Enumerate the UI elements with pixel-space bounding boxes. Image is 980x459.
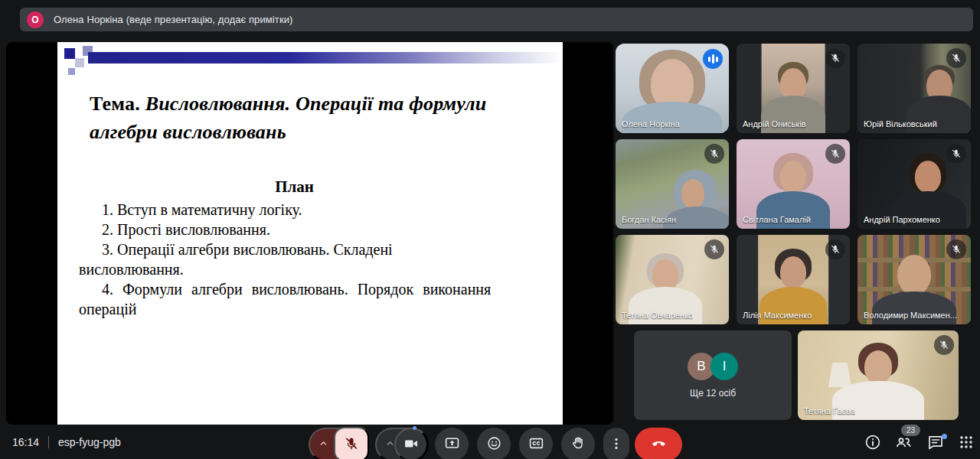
mic-off-icon — [344, 436, 359, 454]
participant-name: Андрій Пархоменко — [864, 215, 940, 224]
presenter-avatar: O — [27, 11, 44, 28]
mic-off-icon — [946, 144, 966, 164]
participant-tile[interactable]: Світлана Гамалій — [737, 139, 850, 229]
meeting-code: esp-fyug-pgb — [58, 436, 121, 448]
raised-hand-icon — [570, 435, 586, 454]
participant-tile[interactable]: Олена Норкіна — [616, 44, 729, 133]
present-now-button[interactable] — [435, 428, 469, 459]
plan-item: 4. Формули алгебри висловлювань. Порядок… — [79, 279, 510, 319]
slide-title: Тема. Висловлювання. Операції та формули… — [90, 90, 549, 146]
participant-name: Тетяна Овчаренко — [622, 311, 693, 320]
participant-tile[interactable]: Андрій Ониськів — [737, 44, 850, 133]
notification-dot — [413, 426, 416, 430]
mic-off-icon — [704, 239, 724, 259]
participant-tile[interactable]: Лілія Максименко — [737, 235, 850, 324]
people-icon — [894, 442, 913, 454]
slide-decoration-bar — [88, 52, 563, 63]
meeting-details-button[interactable] — [864, 433, 882, 451]
show-people-button[interactable] — [894, 433, 913, 451]
more-participants-label: Ще 12 осіб — [690, 388, 736, 399]
participant-tile[interactable]: Юрій Вільковський — [858, 44, 971, 133]
participant-tile[interactable]: Тетяна Овчаренко — [616, 235, 729, 324]
more-vert-icon — [609, 436, 624, 454]
present-screen-icon — [444, 435, 460, 454]
camera-button[interactable] — [394, 428, 428, 459]
participant-grid: Олена НоркінаАндрій ОниськівЮрій Вільков… — [616, 44, 977, 420]
emoji-smile-icon — [486, 435, 502, 454]
slide-plan: План 1. Вступ в математичну логіку.2. Пр… — [79, 177, 510, 319]
mic-off-icon — [946, 48, 966, 68]
clock-time: 16:14 — [12, 436, 39, 448]
mic-muted-button[interactable] — [334, 427, 369, 459]
participant-tile[interactable]: Богдан Касіян — [616, 139, 729, 229]
participant-name: Володимир Максимен... — [864, 311, 957, 320]
meeting-info: 16:14 esp-fyug-pgb — [12, 425, 121, 459]
mic-off-icon — [825, 48, 845, 68]
mic-off-icon — [946, 239, 966, 259]
stacked-avatars: BI — [688, 353, 738, 380]
participant-name: Лілія Максименко — [743, 311, 812, 320]
presenter-banner-text: Олена Норкіна (веде презентацію, додає п… — [54, 14, 292, 25]
participant-name: Богдан Касіян — [622, 215, 676, 224]
chevron-up-icon — [318, 438, 329, 451]
avatar: I — [710, 353, 738, 380]
audio-indicator-icon — [703, 49, 723, 69]
chat-notification-dot — [942, 434, 947, 439]
plan-heading: План — [79, 177, 510, 197]
slide-decoration-square — [68, 68, 75, 75]
bottom-bar: 16:14 esp-fyug-pgb — [0, 425, 980, 459]
slide: Тема. Висловлювання. Операції та формули… — [57, 42, 563, 425]
participant-tile[interactable]: Андрій Пархоменко — [858, 139, 971, 229]
closed-captions-icon — [528, 435, 544, 454]
phone-hangup-icon — [650, 435, 668, 454]
slide-decoration-square — [75, 58, 84, 67]
participant-tile[interactable]: Тетяна Гаєва — [798, 330, 959, 420]
divider — [48, 436, 49, 448]
plan-item: 3. Операції алгебри висловлювань. Складе… — [79, 239, 510, 279]
camera-icon — [403, 436, 419, 454]
reactions-button[interactable] — [477, 428, 511, 459]
slide-decoration-square — [64, 48, 75, 59]
participant-name: Юрій Вільковський — [864, 119, 937, 129]
plan-item: 2. Прості висловлювання. — [79, 220, 510, 239]
raise-hand-button[interactable] — [561, 428, 595, 459]
captions-button[interactable] — [519, 428, 553, 459]
participant-name: Олена Норкіна — [622, 119, 680, 129]
apps-grid-icon — [957, 442, 975, 454]
participant-name: Андрій Ониськів — [743, 119, 806, 129]
info-icon — [864, 442, 882, 454]
mic-off-icon — [934, 335, 954, 355]
mic-off-icon — [825, 144, 845, 164]
more-participants-tile[interactable]: BIЩе 12 осіб — [634, 330, 792, 420]
activities-button[interactable] — [957, 433, 975, 451]
participant-name: Світлана Гамалій — [743, 215, 811, 224]
chat-icon — [926, 442, 945, 454]
presenter-banner[interactable]: O Олена Норкіна (веде презентацію, додає… — [20, 8, 973, 31]
mic-off-icon — [704, 144, 724, 164]
participant-name: Тетяна Гаєва — [804, 406, 855, 415]
presentation-tile[interactable]: Тема. Висловлювання. Операції та формули… — [6, 42, 613, 425]
plan-item: 1. Вступ в математичну логіку. — [79, 200, 510, 220]
call-controls — [309, 427, 682, 459]
participant-tile[interactable]: Володимир Максимен... — [858, 235, 971, 324]
mic-off-icon — [825, 239, 845, 259]
more-options-button[interactable] — [603, 428, 629, 459]
end-call-button[interactable] — [635, 428, 682, 459]
